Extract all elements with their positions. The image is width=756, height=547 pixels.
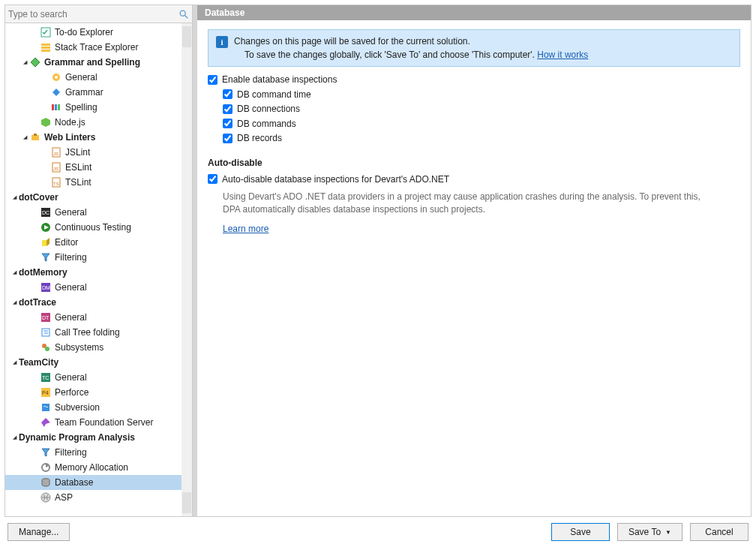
tree-item-label: Subsystems: [55, 342, 104, 353]
options-tree[interactable]: To-do ExplorerStack Trace Explorer◢Gramm…: [5, 23, 192, 516]
scrollbar[interactable]: [182, 23, 192, 516]
expander-icon[interactable]: [31, 463, 40, 472]
enable-db-checkbox[interactable]: Enable database inspections: [208, 74, 337, 85]
how-it-works-link[interactable]: How it works: [537, 50, 588, 60]
expander-icon[interactable]: [41, 88, 50, 97]
tree-item-grammar-and-spelling[interactable]: ◢Grammar and Spelling: [5, 55, 192, 70]
tree-item-team-foundation-server[interactable]: Team Foundation Server: [5, 415, 192, 430]
expander-icon[interactable]: [31, 238, 40, 247]
expander-icon[interactable]: ◢: [10, 298, 19, 307]
tree-item-label: TeamCity: [19, 357, 58, 368]
tree-item-grammar[interactable]: Grammar: [5, 85, 192, 100]
expander-icon[interactable]: [31, 418, 40, 427]
expander-icon[interactable]: [31, 448, 40, 457]
db-cmd-time-checkbox[interactable]: DB command time: [223, 89, 311, 100]
expander-icon[interactable]: [31, 118, 40, 127]
expander-icon[interactable]: ◢: [10, 433, 19, 442]
expander-icon[interactable]: [31, 328, 40, 337]
expander-icon[interactable]: [31, 388, 40, 397]
tree-item-asp[interactable]: ASP: [5, 490, 192, 505]
expander-icon[interactable]: ◢: [10, 268, 19, 277]
tree-item-filtering[interactable]: Filtering: [5, 250, 192, 265]
tree-item-dotcover[interactable]: ◢dotCover: [5, 190, 192, 205]
tree-item-subsystems[interactable]: Subsystems: [5, 340, 192, 355]
expander-icon[interactable]: [31, 208, 40, 217]
tree-item-general[interactable]: TCGeneral: [5, 370, 192, 385]
svg-rect-31: [42, 329, 50, 336]
expander-icon[interactable]: [31, 373, 40, 382]
tree-item-dynamic-program-analysis[interactable]: ◢Dynamic Program Analysis: [5, 430, 192, 445]
expander-icon[interactable]: ◢: [10, 193, 19, 202]
svg-rect-40: [42, 404, 50, 411]
tree-item-tslint[interactable]: TSTSLint: [5, 175, 192, 190]
expander-icon[interactable]: [31, 43, 40, 52]
tree-item-teamcity[interactable]: ◢TeamCity: [5, 355, 192, 370]
tree-item-web-linters[interactable]: ◢Web Linters: [5, 130, 192, 145]
tree-item-eslint[interactable]: JSESLint: [5, 160, 192, 175]
tree-item-to-do-explorer[interactable]: To-do Explorer: [5, 25, 192, 40]
expander-icon[interactable]: [31, 253, 40, 262]
cancel-button[interactable]: Cancel: [690, 523, 748, 541]
expander-icon[interactable]: [41, 178, 50, 187]
expander-icon[interactable]: ◢: [20, 133, 29, 142]
expander-icon[interactable]: ◢: [20, 58, 29, 67]
tsfile-icon: TS: [50, 176, 62, 188]
tree-item-call-tree-folding[interactable]: Call Tree folding: [5, 325, 192, 340]
tree-item-perforce[interactable]: P4Perforce: [5, 385, 192, 400]
expander-icon[interactable]: [41, 163, 50, 172]
tree-item-label: General: [55, 282, 87, 293]
expander-icon[interactable]: [31, 493, 40, 502]
tree-item-stack-trace-explorer[interactable]: Stack Trace Explorer: [5, 40, 192, 55]
tree-item-subversion[interactable]: Subversion: [5, 400, 192, 415]
tree-item-database[interactable]: Database: [5, 475, 192, 490]
expander-icon[interactable]: [41, 103, 50, 112]
db-connections-checkbox[interactable]: DB connections: [223, 104, 300, 114]
tree-item-general[interactable]: DTGeneral: [5, 310, 192, 325]
expander-icon[interactable]: [31, 403, 40, 412]
scrollbar-down[interactable]: [182, 492, 191, 513]
tree-item-label: Continuous Testing: [55, 222, 131, 233]
expander-icon[interactable]: [31, 343, 40, 352]
tree-item-memory-allocation[interactable]: Memory Allocation: [5, 460, 192, 475]
tree-item-label: General: [65, 72, 98, 83]
svg-marker-9: [52, 89, 60, 96]
tree-item-label: Node.js: [55, 117, 86, 128]
tree-item-jslint[interactable]: JSJSLint: [5, 145, 192, 160]
expander-icon[interactable]: ◢: [10, 358, 19, 367]
tree-item-label: TSLint: [65, 177, 92, 188]
expander-icon[interactable]: [31, 28, 40, 37]
search-input[interactable]: [8, 9, 178, 20]
auto-disable-checkbox[interactable]: Auto-disable database inspections for De…: [208, 174, 449, 185]
tree-item-dotmemory[interactable]: ◢dotMemory: [5, 265, 192, 280]
tree-item-spelling[interactable]: Spelling: [5, 100, 192, 115]
tree-item-node-js[interactable]: Node.js: [5, 115, 192, 130]
svg-point-35: [45, 347, 50, 351]
save-to-button[interactable]: Save To ▼: [617, 523, 682, 541]
expander-icon[interactable]: [41, 148, 50, 157]
svg-marker-13: [41, 118, 50, 127]
save-button[interactable]: Save: [551, 523, 610, 541]
tree-item-label: Dynamic Program Analysis: [19, 432, 135, 443]
expander-icon[interactable]: [31, 223, 40, 232]
tree-item-general[interactable]: DCGeneral: [5, 205, 192, 220]
tree-item-filtering[interactable]: Filtering: [5, 445, 192, 460]
tree-item-general[interactable]: General: [5, 70, 192, 85]
learn-more-link[interactable]: Learn more: [223, 224, 268, 234]
tree-item-label: dotTrace: [19, 297, 56, 308]
svg-text:TC: TC: [42, 375, 49, 380]
expander-icon[interactable]: [31, 283, 40, 292]
tree-item-general[interactable]: DMGeneral: [5, 280, 192, 295]
manage-button[interactable]: Manage...: [8, 523, 70, 541]
tree-item-editor[interactable]: Editor: [5, 235, 192, 250]
tree-item-dottrace[interactable]: ◢dotTrace: [5, 295, 192, 310]
tree-item-label: ASP: [55, 492, 73, 503]
db-commands-checkbox[interactable]: DB commands: [223, 119, 296, 129]
svg-rect-14: [32, 135, 39, 140]
scrollbar-up[interactable]: [182, 26, 191, 47]
expander-icon[interactable]: [41, 73, 50, 82]
tree-item-continuous-testing[interactable]: Continuous Testing: [5, 220, 192, 235]
db-records-checkbox[interactable]: DB records: [223, 133, 282, 143]
expander-icon[interactable]: [31, 478, 40, 487]
expander-icon[interactable]: [31, 313, 40, 322]
tree-item-label: Filtering: [55, 447, 87, 458]
